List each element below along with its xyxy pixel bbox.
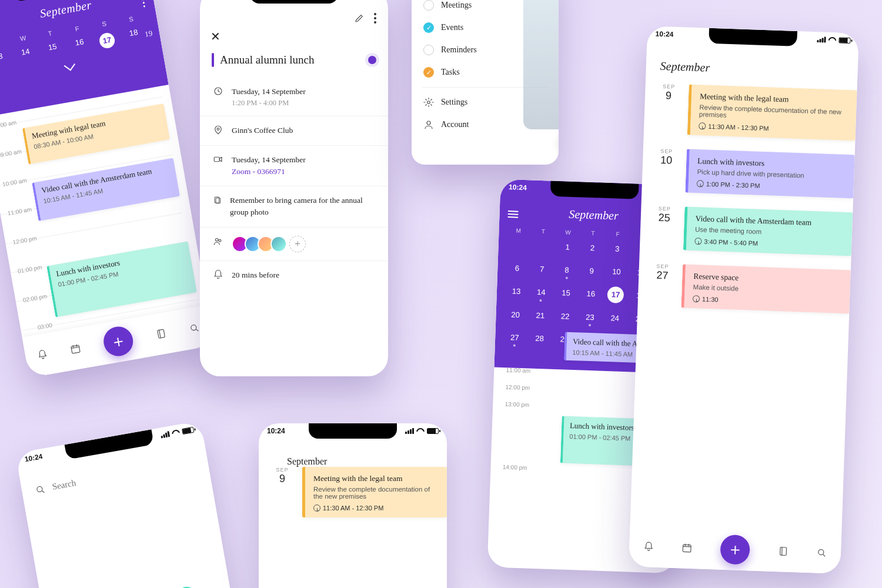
- status-bar: 10:24: [267, 427, 439, 435]
- video-icon: [213, 154, 223, 165]
- search-input[interactable]: [50, 462, 168, 493]
- category-color-picker[interactable]: [368, 56, 376, 64]
- calendar-day[interactable]: 13: [503, 279, 529, 303]
- filters-panel: ✓Lunches Meetings ✓Events Reminders ✓Tas…: [412, 0, 559, 165]
- search-icon[interactable]: [816, 547, 827, 559]
- battery-icon: [182, 427, 194, 435]
- agenda-card[interactable]: Meeting with the legal teamReview the co…: [687, 85, 857, 141]
- notes-icon[interactable]: [777, 546, 789, 557]
- event-detail-screen: 10:24 ✕ Annual alumni lunch Tuesday, 14 …: [200, 0, 388, 376]
- agenda-date: SEP25: [653, 206, 676, 250]
- agenda-date: SEP27: [651, 263, 674, 308]
- wifi-icon: [828, 37, 836, 43]
- search-icon: [34, 483, 46, 496]
- add-button[interactable]: ＋: [720, 534, 750, 565]
- agenda-item[interactable]: SEP9 Meeting with the legal team Review …: [272, 467, 447, 517]
- add-attendee-button[interactable]: ＋: [289, 236, 306, 252]
- month-label: September: [0, 0, 142, 29]
- agenda-item[interactable]: SEP27Reserve spaceMake it outside11:30: [651, 263, 851, 314]
- calendar-day[interactable]: 16: [578, 282, 604, 306]
- calendar-day[interactable]: 8: [554, 258, 580, 282]
- event-title: Annual alumni lunch: [220, 54, 314, 66]
- svg-rect-14: [780, 547, 786, 556]
- add-button[interactable]: ＋: [101, 325, 135, 359]
- video-row[interactable]: Tuesday, 14 September Zoom - 0366971: [200, 146, 388, 187]
- svg-point-8: [216, 238, 219, 241]
- people-icon: [213, 236, 223, 246]
- svg-point-10: [427, 101, 430, 104]
- battery-icon: [838, 37, 850, 44]
- agenda-item[interactable]: SEP10Lunch with investorsPick up hard dr…: [654, 148, 854, 199]
- agenda-card[interactable]: Lunch with investorsPick up hard drive w…: [685, 149, 854, 198]
- calendar-day[interactable]: 17: [607, 286, 624, 303]
- agenda-card[interactable]: Reserve spaceMake it outside11:30: [681, 264, 850, 313]
- event-block[interactable]: Meeting with legal team 08:30 AM - 10:00…: [22, 103, 170, 164]
- attendees-row[interactable]: ＋: [200, 228, 388, 261]
- agenda-date: SEP10: [654, 148, 677, 192]
- note-icon: [213, 195, 222, 205]
- signal-icon: [817, 36, 826, 43]
- svg-point-16: [36, 486, 42, 492]
- location-row[interactable]: Ginn's Coffee Club: [200, 116, 388, 145]
- zoom-link[interactable]: Zoom - 0366971: [232, 166, 306, 178]
- agenda-item[interactable]: SEP25Video call with the Amsterdam teamU…: [653, 206, 853, 256]
- search-screen: 10:24: [15, 420, 243, 588]
- empty-state-illustration: [39, 554, 243, 588]
- day-timeline[interactable]: 08:00 am 09:00 am 10:00 am 11:00 am 12:0…: [0, 85, 208, 338]
- calendar-icon[interactable]: [681, 543, 693, 554]
- calendar-day[interactable]: 2: [580, 236, 606, 259]
- calendar-day[interactable]: 10: [604, 260, 630, 283]
- calendar-day[interactable]: 9: [579, 259, 604, 282]
- svg-point-9: [219, 239, 221, 242]
- calendar-day[interactable]: 3: [604, 237, 630, 260]
- background-preview: [523, 0, 559, 129]
- pin-icon: [213, 125, 223, 135]
- clock-icon: [213, 86, 223, 96]
- calendar-day[interactable]: 22: [552, 305, 578, 328]
- bell-icon: [213, 269, 223, 280]
- wifi-icon: [171, 429, 181, 436]
- calendar-icon[interactable]: [69, 343, 82, 355]
- calendar-day[interactable]: [530, 234, 556, 258]
- overflow-button[interactable]: [374, 13, 376, 24]
- calendar-day[interactable]: 1: [555, 235, 581, 259]
- month-label: September: [660, 59, 858, 80]
- calendar-day[interactable]: 24: [602, 306, 628, 330]
- chevron-down-icon[interactable]: [64, 59, 75, 71]
- event-block[interactable]: Video call with the Amsterdam team 10:15…: [32, 158, 180, 221]
- notes-icon[interactable]: [155, 328, 167, 340]
- agenda-card[interactable]: Video call with the Amsterdam teamUse th…: [683, 206, 853, 256]
- month-label: September: [287, 456, 447, 467]
- svg-rect-1: [157, 329, 165, 338]
- menu-button[interactable]: [507, 209, 519, 220]
- checkbox-icon: [423, 0, 434, 11]
- calendar-day[interactable]: 14: [529, 280, 554, 304]
- signal-icon: [405, 428, 414, 434]
- avatar[interactable]: [270, 236, 287, 252]
- calendar-day[interactable]: 15: [553, 281, 579, 305]
- calendar-day[interactable]: 20: [503, 303, 529, 326]
- calendar-day[interactable]: 6: [505, 256, 530, 280]
- bell-icon[interactable]: [643, 541, 654, 552]
- gear-icon: [423, 97, 434, 108]
- category-indicator: [212, 53, 214, 67]
- signal-icon: [161, 431, 171, 438]
- bell-icon[interactable]: [36, 349, 49, 361]
- agenda-card[interactable]: Meeting with the legal team Review the c…: [302, 467, 447, 517]
- close-button[interactable]: ✕: [211, 29, 388, 44]
- reminder-row[interactable]: 20 mins before: [200, 261, 388, 289]
- agenda-screen-2: 10:24 September SEP9 Meeting with the le…: [259, 423, 447, 588]
- calendar-day[interactable]: [505, 233, 531, 257]
- calendar-day[interactable]: 21: [527, 303, 553, 327]
- agenda-item[interactable]: SEP9Meeting with the legal teamReview th…: [657, 83, 857, 141]
- calendar-day[interactable]: 7: [529, 257, 555, 280]
- search-icon[interactable]: [188, 322, 201, 334]
- datetime-row[interactable]: Tuesday, 14 September 1:20 PM - 4:00 PM: [200, 78, 388, 116]
- overflow-button[interactable]: [142, 0, 146, 7]
- event-block[interactable]: Lunch with investors 01:00 PM - 02:45 PM: [46, 241, 197, 317]
- edit-icon[interactable]: [354, 13, 365, 24]
- calendar-day[interactable]: 23: [577, 305, 603, 329]
- note-row[interactable]: Remember to bring camera for the annual …: [200, 186, 388, 228]
- agenda-screen: 10:24 September SEP9Meeting with the leg…: [629, 26, 859, 574]
- svg-point-11: [427, 121, 430, 125]
